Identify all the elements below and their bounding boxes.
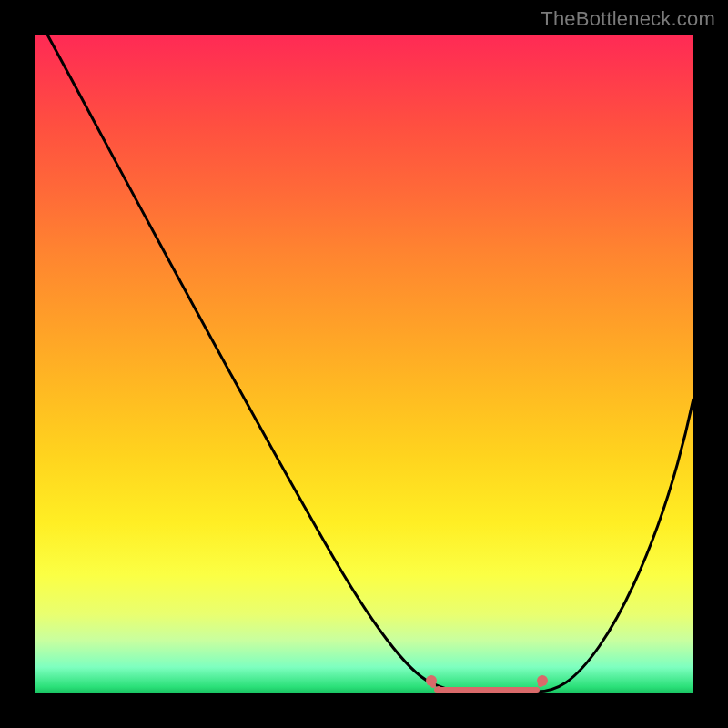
marker-dot [430, 682, 436, 688]
bottleneck-curve [47, 35, 693, 692]
watermark-text: TheBottleneck.com [541, 7, 715, 31]
plot-area [35, 35, 693, 693]
marker-dot [538, 682, 543, 687]
curve-layer [35, 35, 693, 693]
marker-dot [436, 686, 441, 692]
marker-dot [445, 688, 450, 693]
chart-frame: TheBottleneck.com [0, 0, 728, 728]
